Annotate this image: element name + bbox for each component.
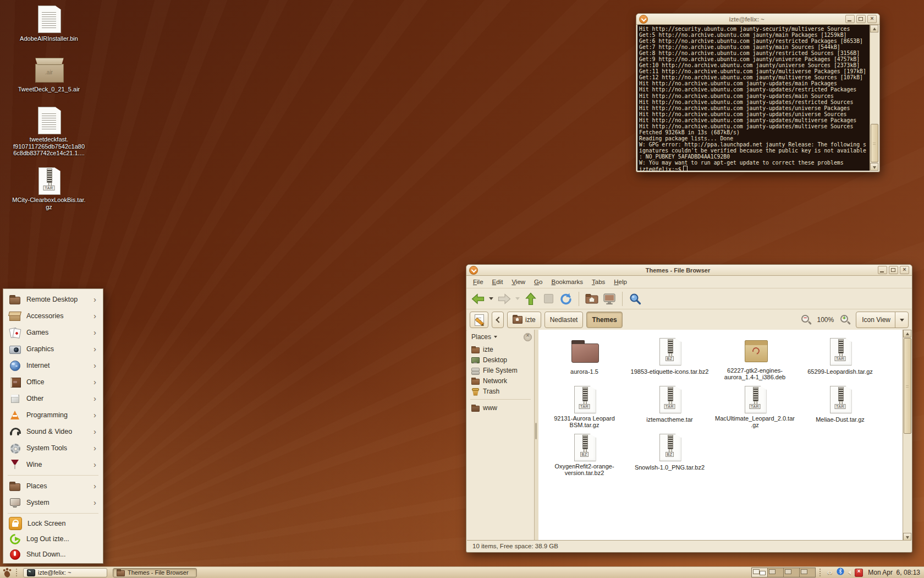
menu-item[interactable]: Shut Down... (3, 547, 103, 562)
desktop-icon[interactable]: TAR MCity-ClearboxLookBis.tar. gz (8, 167, 90, 211)
menu-item[interactable]: System › (3, 494, 103, 511)
main-menu-button[interactable] (2, 568, 13, 577)
bluetooth-icon[interactable] (837, 568, 844, 577)
file-view[interactable]: aurora-1.5 BZ 19853-etiquette-icons.tar.… (538, 330, 903, 541)
scroll-up-icon[interactable] (903, 330, 911, 337)
sidebar-place[interactable]: File System (467, 365, 534, 375)
menubar-item[interactable]: File (469, 277, 488, 286)
desktop-icon[interactable]: tweetdeckfast. f9107117265db7542c1a80 6c… (8, 107, 90, 157)
file-item[interactable]: BZ OxygenRefit2-orange-version.tar.bz2 (543, 433, 626, 481)
taskbar-window-button[interactable]: Themes - File Browser (113, 568, 197, 577)
toggle-location-entry-button[interactable] (470, 312, 488, 328)
terminal-scrollbar-thumb[interactable] (871, 124, 878, 162)
menu-item[interactable]: Games › (3, 324, 103, 341)
menu-item[interactable]: Wine › (3, 456, 103, 473)
file-icon: BZ (654, 337, 685, 366)
terminal-output[interactable]: Hit http://security.ubuntu.com jaunty-se… (637, 25, 870, 171)
reload-button[interactable] (558, 291, 574, 307)
menu-item[interactable]: Remote Desktop › (3, 291, 103, 308)
panel-drag-handle[interactable] (820, 569, 823, 576)
sidebar-place[interactable]: www (467, 402, 534, 413)
submenu-arrow-icon: › (94, 313, 96, 319)
back-history-dropdown[interactable] (487, 291, 495, 307)
sidebar-pane-selector[interactable]: Places (471, 333, 497, 341)
path-button[interactable]: Themes (586, 312, 622, 328)
forward-history-dropdown[interactable] (514, 291, 521, 307)
desktop-icon[interactable]: AdobeAIRInstaller.bin (8, 6, 90, 43)
close-button[interactable] (900, 266, 909, 274)
terminal-titlebar[interactable]: izte@felix: ~ (636, 14, 879, 25)
sidebar-place[interactable]: izte (467, 344, 534, 355)
minimize-button[interactable] (845, 15, 855, 23)
scroll-down-icon[interactable] (870, 163, 878, 171)
scroll-up-icon[interactable] (870, 25, 878, 32)
file-item[interactable]: TAR MacUltimate_Leopard_2.0.tar.gz (714, 385, 796, 433)
menu-item[interactable]: Internet › (3, 357, 103, 374)
up-button[interactable] (522, 291, 539, 307)
file-item[interactable]: TAR Meliae-Dust.tar.gz (799, 385, 882, 433)
workspace-2[interactable] (768, 568, 784, 577)
file-item[interactable]: BZ SnowIsh-1.0_PNG.tar.bz2 (629, 433, 711, 481)
desktop-icon[interactable]: .air TweetDeck_0_21_5.air (8, 56, 90, 94)
file-item[interactable]: TAR iztemactheme.tar (629, 385, 711, 433)
path-button[interactable]: izte (507, 312, 541, 328)
maximize-button[interactable] (889, 266, 898, 274)
file-item[interactable]: BZ 19853-etiquette-icons.tar.bz2 (629, 337, 711, 385)
menu-item[interactable]: Office › (3, 374, 103, 390)
back-button[interactable] (470, 291, 486, 307)
path-button[interactable]: Nedlastet (544, 312, 584, 328)
menu-item[interactable]: Places › (3, 478, 103, 494)
menu-item[interactable]: Other › (3, 390, 103, 407)
menubar-item[interactable]: Go (530, 277, 547, 286)
clock[interactable]: Mon Apr 6, 08:13 (868, 569, 920, 576)
sidebar-close-button[interactable] (524, 333, 532, 341)
file-item[interactable]: aurora-1.5 (543, 337, 626, 385)
zoom-out-button[interactable] (799, 313, 812, 326)
tray-expander-icon[interactable] (848, 570, 851, 575)
files-scrollbar[interactable] (903, 330, 911, 541)
home-button[interactable] (584, 291, 600, 307)
sidebar-place[interactable]: Desktop (467, 355, 534, 365)
file-item[interactable]: TAR 65299-Leopardish.tar.gz (799, 337, 882, 385)
menu-item[interactable]: Sound & Video › (3, 423, 103, 440)
search-button[interactable] (627, 291, 644, 307)
view-mode-select[interactable]: Icon View (856, 312, 909, 328)
menu-item[interactable]: Accessories › (3, 308, 103, 324)
file-browser-titlebar[interactable]: Themes - File Browser (466, 265, 912, 276)
menubar-item[interactable]: Bookmarks (547, 277, 587, 286)
window-menu-button[interactable] (639, 15, 648, 24)
workspace-3[interactable] (784, 568, 800, 577)
menu-item[interactable]: Programming › (3, 407, 103, 423)
stop-button[interactable] (540, 291, 557, 307)
menubar-item[interactable]: Help (609, 277, 631, 286)
workspace-4[interactable] (800, 568, 815, 577)
zoom-in-button[interactable] (838, 313, 851, 326)
minimize-button[interactable] (878, 266, 887, 274)
tray-brackets-icon[interactable]: ‹› (827, 569, 833, 576)
files-scrollbar-thumb[interactable] (904, 338, 911, 434)
computer-button[interactable] (601, 291, 618, 307)
menubar-item[interactable]: Edit (488, 277, 508, 286)
path-scroll-left-button[interactable] (492, 312, 504, 328)
window-menu-button[interactable] (469, 266, 478, 275)
sidebar-place[interactable]: Network (467, 375, 534, 386)
workspace-1[interactable] (752, 568, 768, 577)
menu-item[interactable]: Log Out izte... (3, 531, 103, 547)
file-item[interactable]: TAR 92131-Aurora Leopard BSM.tar.gz (543, 385, 626, 433)
update-error-icon[interactable] (855, 569, 863, 577)
menubar-item[interactable]: Tabs (587, 277, 609, 286)
place-icon (471, 377, 480, 385)
file-item[interactable]: 62227-gtk2-engines-aurora_1.4-1_i386.deb (714, 337, 796, 385)
close-button[interactable] (867, 15, 877, 23)
forward-button[interactable] (496, 291, 513, 307)
menu-item[interactable]: Graphics › (3, 341, 103, 357)
maximize-button[interactable] (856, 15, 866, 23)
menu-item[interactable]: System Tools › (3, 440, 103, 456)
sidebar-place[interactable]: Trash (467, 386, 534, 396)
taskbar-window-button[interactable]: izte@felix: ~ (23, 568, 107, 577)
menubar-item[interactable]: View (507, 277, 530, 286)
panel-drag-handle[interactable] (16, 569, 20, 576)
menu-item[interactable]: Lock Screen (3, 516, 103, 531)
terminal-scrollbar[interactable] (870, 25, 878, 171)
scroll-down-icon[interactable] (903, 533, 911, 541)
